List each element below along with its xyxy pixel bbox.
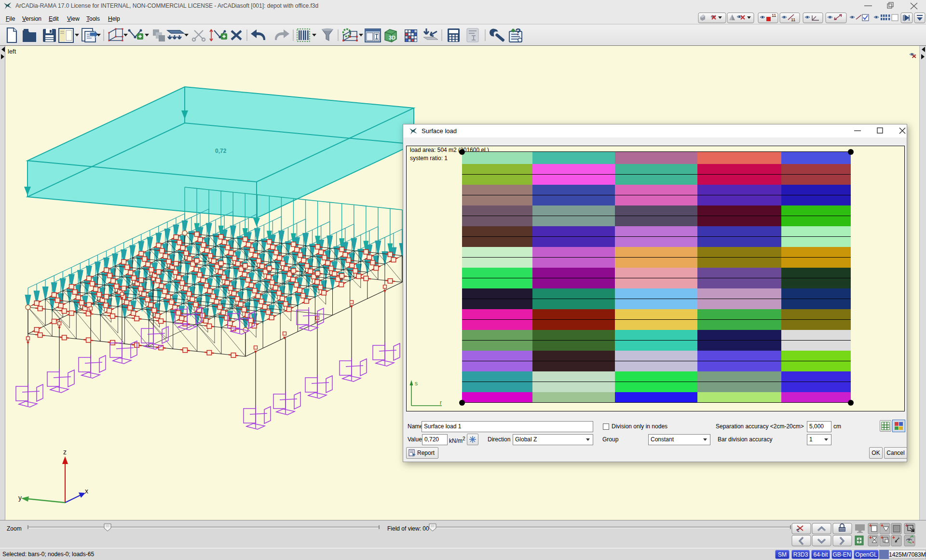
svg-text:y: y (18, 494, 22, 502)
svg-text:?: ? (515, 27, 521, 37)
svg-text:x: x (85, 487, 88, 495)
svg-text:z: z (63, 448, 67, 456)
svg-text:+: + (892, 535, 895, 540)
svg-text:+: + (869, 535, 872, 540)
svg-text:3D: 3D (389, 35, 395, 41)
svg-text:11: 11 (791, 17, 795, 22)
svg-text:0,72: 0,72 (215, 148, 227, 154)
svg-text:+: + (881, 523, 884, 528)
svg-text:11: 11 (772, 13, 776, 18)
svg-text:s: s (415, 380, 418, 387)
